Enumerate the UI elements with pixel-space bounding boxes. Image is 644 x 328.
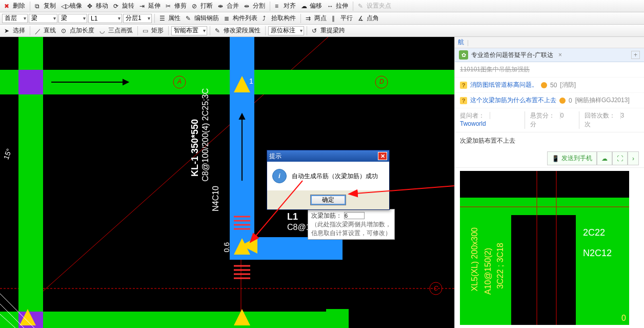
stirrup-label: C8@100/200(4) 2C25;3C — [201, 88, 210, 182]
thumb-xl: XL5(XL) 200x300 — [470, 227, 479, 292]
ok-button[interactable]: 确定 — [310, 195, 346, 205]
thumb-r2: N2C12 — [583, 248, 612, 259]
cloud-button[interactable]: ☁ — [597, 151, 612, 165]
new-tab-icon[interactable]: + — [631, 51, 640, 59]
drawing-canvas[interactable]: KL-1 350*550 C8@100/200(4) 2C25;3C N4C10… — [0, 37, 454, 328]
site-icon: ✿ — [459, 50, 468, 60]
question-row-strike[interactable]: 110101图集中吊筋加强筋 — [455, 62, 644, 78]
info-icon: i — [272, 169, 287, 183]
split-button[interactable]: ⇹分割 — [242, 1, 267, 11]
layer-dropdown[interactable]: 首层 — [2, 14, 28, 23]
tip-input[interactable] — [344, 212, 365, 219]
secondary-beam-tip: 次梁加筋： （此处指次梁两侧共增加数，信息取自计算设置，可修改） — [308, 209, 395, 240]
pencil-icon: ✎ — [186, 15, 193, 22]
svg-rect-44 — [460, 198, 629, 215]
setgrip-button: ✎设置夹点 — [356, 1, 393, 11]
break-button[interactable]: ⊘打断 — [190, 1, 215, 11]
rebeam-button[interactable]: ↺重提梁跨 — [310, 26, 347, 35]
extend-icon: ⇥ — [139, 3, 147, 10]
props-button[interactable]: ☰属性 — [157, 13, 183, 23]
extend-button[interactable]: ⇥延伸 — [137, 1, 163, 11]
wrench-icon: ✎ — [215, 27, 222, 34]
dot-icon: ⊙ — [61, 27, 68, 34]
merge-icon: ⇼ — [218, 3, 225, 10]
svg-rect-8 — [326, 309, 349, 328]
more-button[interactable]: › — [628, 151, 639, 165]
editrebar-button[interactable]: ✎编辑钢筋 — [184, 13, 221, 23]
pointlen-button[interactable]: ⊙点加长度 — [59, 26, 96, 35]
modifyattr-button[interactable]: ✎修改梁段属性 — [213, 26, 263, 35]
toolbar-draw: ➤选择 ／直线 ⊙点加长度 ◡三点画弧 ▭矩形 智能布置 ✎修改梁段属性 原位标… — [0, 25, 644, 37]
beam-label: KL-1 350*550 — [190, 119, 200, 177]
copy-button[interactable]: ⧉复制 — [33, 1, 58, 11]
threept-button[interactable]: ◡三点画弧 — [97, 26, 135, 35]
rotate-button[interactable]: ⟳旋转 — [111, 1, 136, 11]
refresh-icon: ↺ — [312, 27, 319, 34]
merge-button[interactable]: ⇼合并 — [216, 1, 241, 11]
sublayer-dropdown[interactable]: 分层1 — [123, 14, 152, 23]
split-icon: ⇹ — [244, 3, 251, 10]
pick-button[interactable]: ⤴拾取构件 — [260, 13, 298, 23]
browser-tab[interactable]: ✿ 专业造价问题答疑平台-广联达 × + — [455, 48, 644, 62]
thumb-c3: 3C22 ; 3C18 — [496, 243, 505, 289]
props-icon: ☰ — [159, 15, 167, 22]
n4-label: N4C10 — [211, 186, 220, 211]
nav-label[interactable]: 航 — [458, 38, 464, 47]
line-button[interactable]: ／直线 — [33, 26, 58, 35]
axis-d: D — [379, 78, 384, 85]
stretch-button[interactable]: ↔拉伸 — [325, 1, 350, 11]
tip-note: （此处指次梁两侧共增加数，信息取自计算设置，可修改） — [311, 220, 391, 238]
toolbar-edit: ✖删除 ⧉复制 ◁▷镜像 ✥移动 ⟳旋转 ⇥延伸 ✂修剪 ⊘打断 ⇼合并 ⇹分割… — [0, 0, 644, 12]
origin-dropdown[interactable]: 原位标注 — [268, 26, 304, 35]
attachment-thumb[interactable]: XL5(XL) 200x300 A10@150(2) 3C22 ; 3C18 2… — [455, 168, 644, 328]
question-link-2[interactable]: 这个次梁加筋为什么布置不上去 — [470, 96, 556, 105]
align-button[interactable]: ≡对齐 — [273, 1, 298, 11]
mirror-button[interactable]: ◁▷镜像 — [59, 1, 84, 11]
question-desc: 次梁加筋布置不上去 — [455, 132, 644, 149]
question-row-2[interactable]: ? 这个次梁加筋为什么布置不上去 0 [钢筋抽样GGJ2013] — [455, 93, 644, 108]
select-button[interactable]: ➤选择 — [2, 26, 27, 35]
type-dropdown[interactable]: 梁 — [58, 14, 87, 23]
cloud-icon: ☁ — [601, 155, 608, 162]
x-icon: ✖ — [4, 3, 11, 10]
parallel-button[interactable]: ∥平行 — [330, 13, 355, 23]
offset-button[interactable]: ☁偏移 — [299, 1, 324, 11]
parallel-icon: ∥ — [332, 15, 339, 22]
stretch-icon: ↔ — [327, 3, 334, 10]
delete-button[interactable]: ✖删除 — [2, 1, 27, 11]
l1-label: L1 — [287, 211, 298, 222]
thumb-zero: 0 — [621, 314, 626, 323]
rotate-icon: ⟳ — [113, 3, 120, 10]
close-icon[interactable]: ✕ — [378, 152, 387, 160]
qa-sidepanel: 航 | ✿ 专业造价问题答疑平台-广联达 × + 110101图集中吊筋加强筋 … — [454, 37, 644, 328]
thumb-r1: 2C22 — [583, 227, 605, 238]
close-tab-icon[interactable]: × — [556, 51, 564, 59]
move-button[interactable]: ✥移动 — [85, 1, 110, 11]
trim-button[interactable]: ✂修剪 — [164, 1, 189, 11]
question-row-1[interactable]: ? 消防图纸管道标高问题。 50 [消防] — [455, 78, 644, 93]
info-dialog: 提示 ✕ i 自动生成吊筋（次梁加筋）成功 确定 — [267, 150, 390, 210]
grid-1: 1 — [249, 77, 253, 85]
category-dropdown[interactable]: 梁 — [29, 14, 57, 23]
send-phone-button[interactable]: 📱发送到手机 — [547, 151, 597, 165]
pencil-icon: ✎ — [358, 3, 365, 10]
angle-icon: ∡ — [358, 15, 365, 22]
question-link-1[interactable]: 消防图纸管道标高问题。 — [470, 81, 538, 89]
thumb-a10: A10@150(2) — [484, 248, 493, 295]
twopoint-button[interactable]: ⇉两点 — [304, 13, 329, 23]
o6-label: 0.6 — [223, 242, 231, 252]
componentlist-button[interactable]: ≣构件列表 — [222, 13, 259, 23]
expand-button[interactable]: ⛶ — [612, 151, 628, 165]
align-icon: ≡ — [275, 3, 282, 10]
component-dropdown[interactable]: L1 — [88, 14, 122, 23]
dialog-titlebar[interactable]: 提示 ✕ — [267, 150, 389, 162]
question-icon: ? — [460, 97, 467, 104]
dialog-msg: 自动生成吊筋（次梁加筋）成功 — [292, 172, 378, 181]
eyedrop-icon: ⤴ — [263, 15, 270, 22]
coin-icon — [541, 82, 547, 88]
axis-a: A — [177, 78, 182, 85]
rect-button[interactable]: ▭矩形 — [140, 26, 166, 35]
coin-icon — [559, 98, 566, 104]
pointangle-button[interactable]: ∡点角 — [356, 13, 381, 23]
smart-dropdown[interactable]: 智能布置 — [171, 26, 207, 35]
